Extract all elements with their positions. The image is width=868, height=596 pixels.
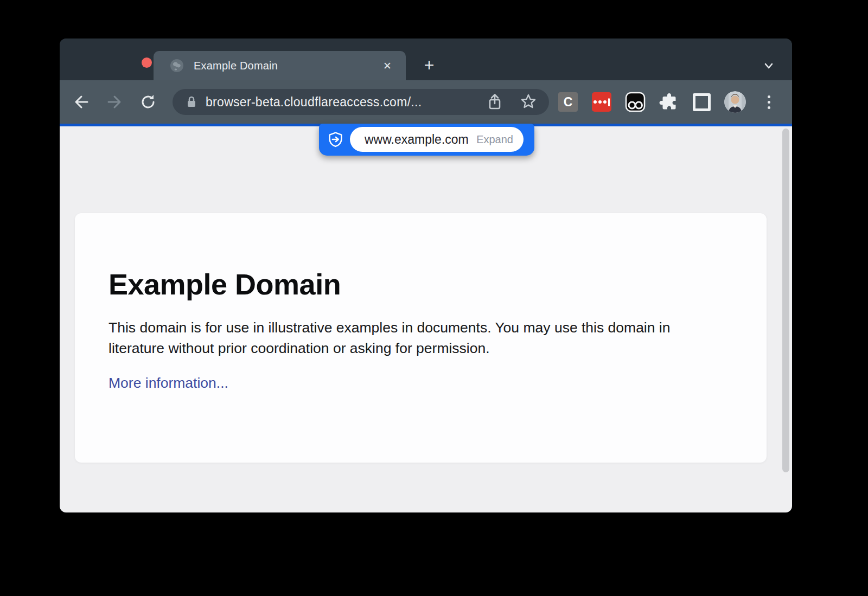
kebab-menu-icon <box>768 101 770 104</box>
tab-close-icon[interactable]: ✕ <box>380 59 395 73</box>
extension-eyes-button[interactable] <box>625 92 646 114</box>
bookmark-star-icon <box>519 93 538 111</box>
content-card: Example Domain This domain is for use in… <box>75 213 767 463</box>
tab-title: Example Domain <box>194 60 380 72</box>
side-panel-button[interactable] <box>693 93 711 111</box>
share-icon <box>486 93 503 111</box>
reload-button[interactable] <box>137 91 159 113</box>
hostname-pill[interactable]: www.example.com Expand <box>350 127 524 152</box>
tab-strip: Example Domain ✕ + <box>60 39 792 80</box>
shield-arrow-icon <box>328 132 343 148</box>
tab-search-chevron-button[interactable] <box>759 56 778 75</box>
browser-tab[interactable]: Example Domain ✕ <box>154 51 406 80</box>
dot-icon <box>603 100 607 104</box>
profile-avatar[interactable] <box>724 91 746 113</box>
kebab-menu-icon <box>768 95 770 98</box>
kebab-menu-icon <box>768 106 770 109</box>
reload-icon <box>139 93 157 111</box>
page-body-text: This domain is for use in illustrative e… <box>108 317 729 358</box>
eyes-icon <box>625 92 646 112</box>
dot-icon <box>593 100 597 104</box>
browser-window: Example Domain ✕ + <box>60 39 792 512</box>
browser-menu-button[interactable] <box>763 92 775 112</box>
avatar-photo-icon <box>724 91 746 113</box>
share-button[interactable] <box>485 92 505 112</box>
dot-icon <box>598 100 602 104</box>
globe-favicon-icon <box>170 59 184 73</box>
extensions-puzzle-icon <box>659 92 679 112</box>
url-text: browser-beta.cloudflareaccess.com/... <box>206 95 422 110</box>
new-tab-button[interactable]: + <box>419 56 439 75</box>
toolbar: browser-beta.cloudflareaccess.com/... C <box>60 80 792 124</box>
bar-icon <box>608 98 610 106</box>
address-bar[interactable]: browser-beta.cloudflareaccess.com/... <box>173 89 549 115</box>
isolated-hostname: www.example.com <box>365 132 469 147</box>
more-information-link[interactable]: More information... <box>108 375 228 392</box>
page-title: Example Domain <box>108 267 729 301</box>
back-arrow-icon <box>73 93 90 111</box>
isolation-hostname-banner[interactable]: www.example.com Expand <box>319 124 534 156</box>
page-viewport: Example Domain This domain is for use in… <box>60 126 792 512</box>
forward-button[interactable] <box>104 91 125 113</box>
forward-arrow-icon <box>106 93 123 111</box>
back-button[interactable] <box>71 91 92 113</box>
extensions-menu-button[interactable] <box>659 92 679 114</box>
extension-c-button[interactable]: C <box>558 92 578 112</box>
lock-icon[interactable] <box>186 95 197 109</box>
expand-button[interactable]: Expand <box>476 133 513 146</box>
chevron-down-icon <box>762 59 776 73</box>
bookmark-button[interactable] <box>519 92 538 112</box>
page-scrollbar-thumb[interactable] <box>782 129 789 472</box>
extension-c-letter: C <box>564 95 573 110</box>
extension-lastpass-button[interactable] <box>592 92 611 112</box>
window-close-button[interactable] <box>142 57 152 68</box>
